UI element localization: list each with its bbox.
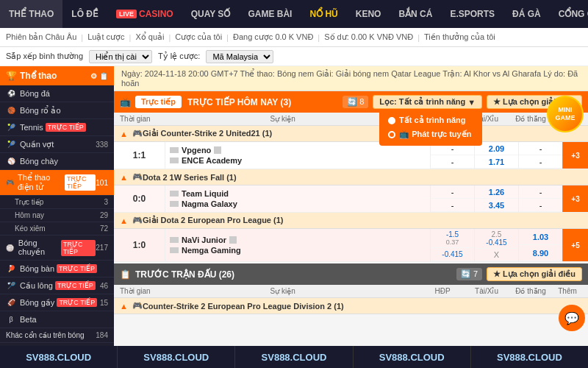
cs2-icon: 🎮 bbox=[132, 129, 143, 138]
float-buttons: 💬 bbox=[559, 305, 585, 331]
sidebar-item-bongchay[interactable]: ⚾ Bóng chày bbox=[0, 153, 114, 170]
sidebar-sub-keoxiem[interactable]: Kéo xiêm 72 bbox=[0, 222, 114, 236]
sidebar-item-bongda[interactable]: ⚽ Bóng đá bbox=[0, 85, 114, 102]
sidebar-item-beta[interactable]: β Beta bbox=[0, 311, 114, 328]
nav-the-thao[interactable]: THỂ THAO bbox=[0, 0, 62, 28]
section-pre-cs2[interactable]: ▲ 🎮 Counter-Strike 2 European Pro League… bbox=[114, 298, 588, 314]
sidebar-icons[interactable]: ⚙ 📋 bbox=[90, 72, 108, 80]
pre-match-bet-pref[interactable]: ★ Lựa chọn giải điều bbox=[487, 267, 582, 281]
sidebar-item-bongban[interactable]: 🏓 Bóng bàn TRỰC TIẾP bbox=[0, 261, 114, 277]
nav-live-casino[interactable]: LIVE CASINO bbox=[107, 0, 182, 28]
sidebar-item-tennis[interactable]: 🎾 Tennis TRỰC TIẾP bbox=[0, 119, 114, 136]
hdp-val-1: -1.5 bbox=[446, 230, 459, 238]
tab-today[interactable]: TRỰC TIẾP HÔM NAY (3) bbox=[187, 97, 291, 107]
odds-group-cs2: - - 2.09 1.71 - - bbox=[430, 142, 562, 169]
odds-cell-dota-2[interactable]: - bbox=[519, 199, 562, 212]
dota-icon: 🎮 bbox=[132, 172, 143, 182]
ou-cell-dota-2[interactable]: 3.45 bbox=[475, 199, 518, 212]
more-btn-epl[interactable]: +5 bbox=[562, 229, 588, 261]
sidebar-sub-tructiep[interactable]: Trực tiếp 3 bbox=[0, 196, 114, 209]
bongda-icon: ⚽ bbox=[6, 88, 16, 99]
match-score-dota: 0:0 bbox=[133, 194, 146, 204]
hdp-cell-epl-1[interactable]: -1.5 0.37 bbox=[431, 229, 474, 248]
nav-da-ga[interactable]: ĐÁ GÀ bbox=[503, 0, 550, 28]
ou-val-1: 2.5 bbox=[486, 230, 506, 238]
odds-cell-epl-2[interactable]: 8.90 bbox=[519, 245, 562, 261]
dota-team1-name: Team Liquid bbox=[182, 189, 229, 198]
sidebar-sub-homnay[interactable]: Hôm nay 29 bbox=[0, 209, 114, 222]
hdp-cell-2[interactable]: - bbox=[431, 155, 474, 169]
rate-select[interactable]: Mã Malaysia bbox=[206, 50, 273, 63]
nav-esports[interactable]: E.SPORTS bbox=[441, 0, 503, 28]
nav-lo-de[interactable]: LÔ ĐỀ bbox=[62, 0, 107, 28]
sidebar-item-bongro[interactable]: 🏀 Bóng rổ ảo bbox=[0, 102, 114, 119]
cuoc-cua-toi-link[interactable]: Cược của tôi bbox=[175, 32, 222, 42]
ou-cell-dota-1[interactable]: 1.26 bbox=[475, 185, 518, 199]
chat-button[interactable]: 💬 bbox=[559, 305, 585, 331]
sort-select[interactable]: Hiển thị cài bbox=[89, 50, 152, 63]
th2-hdp: HĐP bbox=[420, 287, 465, 295]
sidebar-item-esports[interactable]: 🎮 Thể thao điện tử TRỰC TIẾP 101 bbox=[0, 170, 114, 196]
tab-live[interactable]: Trực tiếp bbox=[135, 96, 182, 108]
filter-dropdown-btn[interactable]: Lọc: Tất cả trình năng ▼ bbox=[373, 95, 482, 109]
hdp-cell-dota-2[interactable]: - bbox=[431, 199, 474, 212]
footer-item-5[interactable]: SV888.CLOUD bbox=[471, 346, 588, 368]
team-row-1: Vpgeno bbox=[170, 145, 426, 155]
odds-cell-1[interactable]: - bbox=[519, 142, 562, 155]
server-icon bbox=[214, 146, 221, 154]
star-icon-pre: ★ bbox=[493, 269, 501, 279]
hdp-cell-dota-1[interactable]: - bbox=[431, 185, 474, 199]
ou-cell-epl-2[interactable]: X bbox=[475, 249, 518, 261]
xo-quai-link[interactable]: Xổ quải bbox=[135, 32, 164, 42]
sidebar-item-khac[interactable]: Khác cổn cầu trên bóng 184 bbox=[0, 328, 114, 343]
tien-thuong-link[interactable]: Tiền thưởng của tôi bbox=[424, 32, 495, 42]
more-btn-cs2[interactable]: +3 bbox=[562, 142, 588, 169]
pre-match-refresh[interactable]: 🔄 7 bbox=[456, 268, 482, 280]
beta-icon: β bbox=[6, 314, 16, 325]
nav-game-bai[interactable]: GAME BÀI bbox=[239, 0, 301, 28]
sidebar-item-bongchuyen[interactable]: 🏐 Bóng chuyền TRỰC TIẾP 217 bbox=[0, 236, 114, 261]
sidebar-item-caulong[interactable]: 🏸 Cầu lông TRỰC TIẾP 46 bbox=[0, 277, 114, 294]
nav-cong-games[interactable]: CỔNG GAMES bbox=[550, 0, 588, 28]
sidebar-item-quanvot[interactable]: 🎾 Quần vợt 338 bbox=[0, 136, 114, 153]
footer-item-3[interactable]: SV888.CLOUD bbox=[235, 346, 353, 368]
luat-cuoc-link[interactable]: Luật cược bbox=[87, 32, 124, 42]
refresh-button[interactable]: 🔄 8 bbox=[343, 96, 368, 108]
th2-taiku: Tài/Xỉu bbox=[465, 287, 509, 295]
navi-server-icon bbox=[229, 236, 237, 244]
pre-match-controls: 🔄 7 ★ Lựa chọn giải điều bbox=[456, 267, 582, 281]
ou-cell-2[interactable]: 1.71 bbox=[475, 155, 518, 169]
odds-cell-epl-1[interactable]: 1.03 bbox=[519, 229, 562, 245]
phien-ban-link[interactable]: Phiên bản Châu Âu bbox=[6, 32, 76, 42]
footer-item-4[interactable]: SV888.CLOUD bbox=[354, 346, 471, 368]
footer-item-1[interactable]: SV888.CLOUD bbox=[0, 346, 118, 368]
filter-dropdown-container: Lọc: Tất cả trình năng ▼ Tất cả trình nă… bbox=[373, 95, 482, 109]
logo-float[interactable]: MINIGAME bbox=[547, 96, 584, 132]
ou-col-epl: 2.5 -0.415 X bbox=[474, 229, 518, 261]
nav-ban-ca[interactable]: BẮN CÁ bbox=[390, 0, 441, 28]
ou-cell-epl-1[interactable]: 2.5 -0.415 bbox=[475, 229, 518, 249]
odds-group-epl: -1.5 0.37 -0.415 2 bbox=[430, 229, 562, 261]
nav-no-hu[interactable]: NỔ HŨ bbox=[301, 0, 346, 28]
section-cs2-united[interactable]: ▲ 🎮 Giải Counter-Strike 2 United21 (1) bbox=[114, 126, 588, 142]
match-teams-epl: NaVi Junior Nemga Gaming bbox=[165, 229, 430, 261]
team2-name: ENCE Academy bbox=[182, 156, 242, 165]
filter-option-all[interactable]: Tất cả trình năng bbox=[384, 113, 478, 127]
odds-cell-dota-1[interactable]: - bbox=[519, 185, 562, 199]
section-dota-title: Dota 2 1W Series Fall (1) bbox=[143, 173, 237, 182]
epl-team2-flag bbox=[170, 247, 179, 253]
nav-quay-so[interactable]: QUAY SỐ bbox=[182, 0, 240, 28]
team1-name: Vpgeno bbox=[182, 146, 211, 155]
panel-right-controls: 🔄 8 Lọc: Tất cả trình năng ▼ Tất cả trìn… bbox=[343, 95, 582, 109]
rate-label: Tỷ lệ cược: bbox=[158, 52, 200, 61]
hdp-cell-epl-2[interactable]: -0.415 bbox=[431, 248, 474, 261]
section-dota2-epl[interactable]: ▲ 🎮 Giải Dota 2 European Pro League (1) bbox=[114, 213, 588, 229]
odds-cell-2[interactable]: - bbox=[519, 155, 562, 169]
sidebar-item-bonggay[interactable]: 🏈 Bóng gầy TRỰC TIẾP 15 bbox=[0, 294, 114, 311]
footer-item-2[interactable]: SV888.CLOUD bbox=[118, 346, 235, 368]
section-dota2-1w[interactable]: ▲ 🎮 Dota 2 1W Series Fall (1) bbox=[114, 169, 588, 185]
nav-keno[interactable]: KENO bbox=[347, 0, 390, 28]
more-btn-dota[interactable]: +3 bbox=[562, 185, 588, 212]
esports-icon: 🎮 bbox=[6, 177, 14, 188]
filter-option-stream[interactable]: 📺 Phát trực tuyến bbox=[384, 127, 478, 141]
